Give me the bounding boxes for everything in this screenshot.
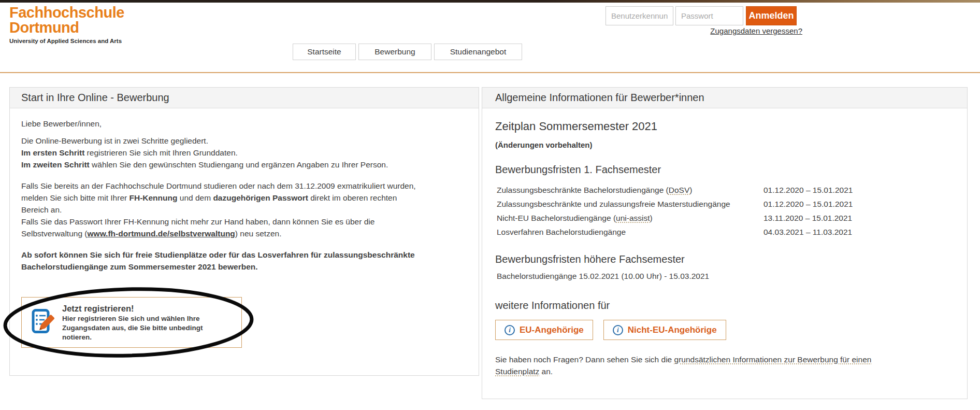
info-button-row: EU-Angehörige Nicht-EU-Angehörige [495,320,954,340]
greeting-text: Liebe Bewerber/innen, [21,118,468,130]
fh-line: Selbstverwaltung (www.fh-dortmund.de/sel… [21,228,468,239]
left-panel-title: Start in Ihre Online - Bewerbung [10,88,479,108]
fh-account-paragraph: Falls Sie bereits an der Fachhochschule … [21,180,468,239]
deadline-row: Nicht-EU Bachelorstudiengänge (uni-assis… [495,211,954,225]
register-box-title: Jetzt registrieren! [62,304,134,313]
main-navigation: Startseite Bewerbung Studienangebot [293,44,522,60]
top-edge-strip [0,0,980,3]
uni-assist-link[interactable]: uni-assist [616,214,650,222]
register-box-text: Jetzt registrieren! Hier registrieren Si… [62,304,218,342]
non-eu-citizens-label: Nicht-EU-Angehörige [628,325,717,335]
fh-dortmund-logo: Fachhochschule Dortmund University of Ap… [9,5,124,44]
eu-citizens-label: EU-Angehörige [520,325,584,335]
dosv-link[interactable]: DoSV [669,186,690,194]
deadline-row: Zulassungsbeschränkte und zulassungsfrei… [495,197,954,211]
clipboard-pencil-icon [31,308,55,336]
login-button[interactable]: Anmelden [746,6,797,25]
general-info-link[interactable]: Studienplatz [495,367,539,376]
deadline-label: Nicht-EU Bachelorstudiengänge (uni-assis… [497,211,763,225]
username-input[interactable] [606,6,673,25]
intro-line: Im ersten Schritt registrieren Sie sich … [21,147,468,159]
deadline-date: 01.12.2020 – 15.01.2021 [763,183,853,197]
fh-line: Falls Sie das Passwort Ihrer FH-Kennung … [21,216,468,228]
deadline-label: Zulassungsbeschränkte und zulassungsfrei… [497,197,763,211]
deadline-label: Losverfahren Bachelorstudiengänge [497,225,763,239]
right-panel-body: Zeitplan Sommersemester 2021 (Änderungen… [482,120,967,377]
deadline-date: 04.03.2021 – 11.03.2021 [763,225,852,239]
general-info-link[interactable]: grundsätzlichen Informationen zur Bewerb… [674,355,872,364]
more-info-title: weitere Informationen für [495,300,954,312]
questions-paragraph: Sie haben noch Fragen? Dann sehen Sie si… [495,354,954,377]
deadlines-table: Zulassungsbeschränkte Bachelorstudiengän… [495,183,954,239]
info-icon [505,325,515,335]
forgot-credentials-link[interactable]: Zugangsdaten vergessen? [601,26,802,35]
intro-paragraph: Die Online-Bewerbung ist in zwei Schritt… [21,135,468,171]
deadline-date: 13.11.2020 – 15.01.2021 [763,211,852,225]
deadline-row: Zulassungsbeschränkte Bachelorstudiengän… [495,183,954,197]
nav-divider-line [0,72,980,73]
non-eu-citizens-button[interactable]: Nicht-EU-Angehörige [603,320,726,340]
tab-studienangebot[interactable]: Studienangebot [434,44,522,60]
schedule-title: Zeitplan Sommersemester 2021 [495,120,954,133]
higher-semester-deadline: Bachelorstudiengänge 15.02.2021 (10.00 U… [495,272,954,281]
tab-startseite[interactable]: Startseite [293,44,356,60]
deadline-date: 01.12.2020 – 15.01.2021 [763,197,853,211]
lottery-notice-paragraph: Ab sofort können Sie sich für freie Stud… [21,249,468,273]
logo-line1: Fachhochschule [9,5,124,20]
tab-bewerbung[interactable]: Bewerbung [358,44,431,60]
questions-line: Sie haben noch Fragen? Dann sehen Sie si… [495,354,954,365]
notice-line: Ab sofort können Sie sich für freie Stud… [21,249,468,261]
online-application-panel: Start in Ihre Online - Bewerbung Liebe B… [9,87,479,376]
notice-line: Bachelorstudiengänge zum Sommersemester … [21,261,468,273]
logo-subtitle: University of Applied Sciences and Arts [9,38,124,44]
general-info-panel: Allgemeine Informationen für Bewerber*in… [482,87,968,399]
fh-line: melden Sie sich bitte mit Ihrer FH-Kennu… [21,192,468,204]
intro-line: Im zweiten Schritt wählen Sie den gewüns… [21,159,468,171]
info-icon [613,325,623,335]
deadline-row: Losverfahren Bachelorstudiengänge 04.03.… [495,225,954,239]
selbstverwaltung-link[interactable]: www.fh-dortmund.de/selbstverwaltung [88,229,235,238]
password-input[interactable] [675,6,743,25]
application-portal-page: Fachhochschule Dortmund University of Ap… [0,0,980,410]
deadline-label: Zulassungsbeschränkte Bachelorstudiengän… [497,183,763,197]
eu-citizens-button[interactable]: EU-Angehörige [495,320,593,340]
intro-line: Die Online-Bewerbung ist in zwei Schritt… [21,135,468,147]
fh-line: Falls Sie bereits an der Fachhochschule … [21,180,468,192]
right-panel-title: Allgemeine Informationen für Bewerber*in… [482,88,967,108]
left-panel-body: Liebe Bewerber/innen, Die Online-Bewerbu… [10,108,479,273]
disclaimer-text: (Änderungen vorbehalten) [495,140,954,149]
fh-line: Bereich an. [21,204,468,216]
register-box-description: Hier registrieren Sie sich und wählen Ih… [62,315,203,341]
register-now-button[interactable]: Jetzt registrieren! Hier registrieren Si… [21,297,242,348]
questions-line: Studienplatz an. [495,365,954,377]
deadlines-higher-semester-title: Bewerbungsfristen höhere Fachsemester [495,253,954,265]
deadlines-first-semester-title: Bewerbungsfristen 1. Fachsemester [495,164,954,176]
logo-line2: Dortmund [9,20,124,35]
